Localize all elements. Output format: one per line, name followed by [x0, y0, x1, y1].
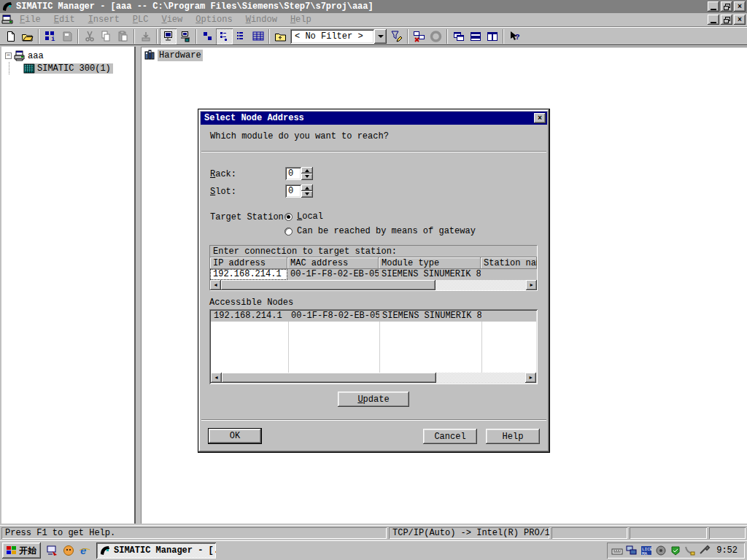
windows-logo-icon — [7, 546, 17, 555]
cascade-windows-button[interactable] — [450, 28, 467, 44]
tool-icon[interactable] — [699, 545, 711, 556]
scroll-thumb[interactable] — [221, 280, 436, 290]
accessible-nodes-button[interactable]: i — [42, 28, 58, 44]
slot-spinner[interactable]: 0 — [285, 184, 313, 198]
details-view-button[interactable] — [249, 28, 266, 44]
target-station-label: Target Station: — [210, 212, 289, 222]
dialog-separator — [201, 151, 546, 152]
column-header-station[interactable]: Station name — [481, 257, 537, 269]
paste-button[interactable] — [115, 28, 131, 44]
show-desktop-icon[interactable] — [47, 545, 58, 556]
large-icons-button[interactable] — [199, 28, 216, 44]
restore-button[interactable] — [721, 1, 732, 12]
menu-insert[interactable]: Insert — [82, 13, 126, 26]
scroll-left-icon[interactable]: ◄ — [210, 280, 221, 290]
small-icons-button[interactable] — [216, 28, 233, 44]
internet-explorer-icon[interactable]: e — [79, 545, 90, 556]
menu-plc[interactable]: PLC — [126, 13, 155, 26]
menu-options[interactable]: Options — [189, 13, 239, 26]
scroll-track[interactable] — [436, 373, 525, 383]
cell-module-type: SIEMENS SINUMERIK 84┘ — [379, 311, 481, 322]
column-header-module[interactable]: Module type — [379, 257, 481, 269]
memory-card-button[interactable] — [58, 28, 75, 44]
slot-up-button[interactable] — [301, 184, 313, 191]
pause-simulation-button[interactable] — [427, 28, 444, 44]
cell-module-type: SIEMENS SINUMERIK 84┘ — [379, 269, 481, 280]
slot-down-button[interactable] — [301, 191, 313, 198]
connection-hscrollbar[interactable]: ◄ ► — [210, 280, 537, 290]
start-button[interactable]: 开始 — [2, 542, 41, 559]
accessible-node-row[interactable]: 192.168.214.1 00-1F-F8-02-EB-05 SIEMENS … — [211, 311, 536, 322]
child-minimize-button[interactable] — [708, 15, 719, 25]
scroll-left-icon[interactable]: ◄ — [211, 373, 222, 383]
radio-local[interactable]: Local — [285, 211, 323, 222]
cut-button[interactable] — [81, 28, 98, 44]
new-document-icon — [5, 31, 17, 42]
scroll-right-icon[interactable]: ► — [526, 280, 537, 290]
network-status-icon[interactable] — [626, 545, 638, 556]
scroll-thumb[interactable] — [222, 373, 436, 383]
tile-vertical-button[interactable] — [484, 28, 500, 44]
help-button[interactable]: Help — [486, 429, 540, 444]
project-window-icon[interactable] — [1, 14, 13, 26]
tree-item-label: SIMATIC 300(1) — [35, 63, 113, 74]
child-close-button[interactable]: × — [734, 15, 746, 25]
tree-item-station[interactable]: SIMATIC 300(1) — [1, 62, 134, 74]
hardware-item[interactable]: Hardware — [144, 50, 203, 61]
cancel-button[interactable]: Cancel — [423, 429, 477, 444]
up-one-level-button[interactable] — [272, 28, 289, 44]
context-help-button[interactable]: ? — [506, 28, 523, 44]
large-icons-icon — [202, 31, 213, 42]
antivirus-icon[interactable] — [670, 545, 681, 556]
cell-ip-address[interactable]: 192.168.214.1 — [210, 269, 287, 280]
simatic-app-icon — [1, 1, 13, 12]
new-button[interactable] — [2, 28, 19, 44]
volume-icon[interactable] — [655, 545, 667, 556]
close-button[interactable]: × — [734, 1, 746, 12]
dialog-close-button[interactable]: × — [534, 113, 546, 123]
copy-button[interactable] — [98, 28, 115, 44]
open-button[interactable] — [19, 28, 36, 44]
rack-value[interactable]: 0 — [285, 167, 301, 180]
radio-gateway[interactable]: Can be reached by means of gateway — [285, 226, 476, 236]
list-view-button[interactable] — [233, 28, 249, 44]
filter-combobox[interactable]: < No Filter > — [290, 29, 387, 44]
rack-spinner[interactable]: 0 — [285, 167, 313, 180]
child-restore-button[interactable] — [721, 15, 732, 25]
menu-window[interactable]: Window — [239, 13, 284, 26]
keyboard-layout-icon[interactable] — [611, 545, 623, 556]
tile-horizontal-button[interactable] — [467, 28, 484, 44]
license-manager-icon[interactable]: LICEMA — [640, 545, 652, 556]
minimize-button[interactable] — [708, 1, 719, 12]
ok-button[interactable]: OK — [208, 428, 262, 444]
messenger-icon[interactable] — [63, 545, 74, 556]
online-button[interactable] — [160, 28, 177, 44]
filter-dropdown-button[interactable] — [374, 29, 387, 44]
task-button-simatic[interactable]: SIMATIC Manager - [... — [96, 542, 216, 559]
slot-value[interactable]: 0 — [285, 184, 301, 198]
quick-launch: e — [47, 545, 90, 556]
offline-button[interactable] — [177, 28, 193, 44]
scroll-right-icon[interactable]: ► — [525, 373, 536, 383]
nodes-hscrollbar[interactable]: ◄ ► — [211, 373, 536, 383]
mouse-settings-icon[interactable] — [684, 545, 696, 556]
simatic-station-icon — [23, 63, 35, 74]
column-header-ip[interactable]: IP address — [210, 257, 287, 269]
rack-up-button[interactable] — [301, 167, 313, 174]
rack-down-button[interactable] — [301, 174, 313, 180]
menu-file[interactable]: File — [13, 13, 47, 26]
filter-edit-icon — [390, 30, 403, 42]
simulation-button[interactable] — [411, 28, 427, 44]
menu-edit[interactable]: Edit — [47, 13, 82, 26]
tile-vertical-icon — [487, 31, 498, 42]
tree-collapse-icon[interactable]: − — [5, 52, 12, 59]
connection-row[interactable]: 192.168.214.1 00-1F-F8-02-EB-05 SIEMENS … — [210, 269, 537, 280]
scroll-track[interactable] — [436, 280, 526, 290]
update-button[interactable]: Update — [338, 392, 409, 407]
download-button[interactable] — [137, 28, 154, 44]
column-header-mac[interactable]: MAC address — [287, 257, 379, 269]
menu-view[interactable]: View — [155, 13, 189, 26]
set-filter-button[interactable] — [388, 28, 405, 44]
menu-help[interactable]: Help — [284, 13, 318, 26]
tree-item-project[interactable]: − aaa — [1, 50, 134, 62]
